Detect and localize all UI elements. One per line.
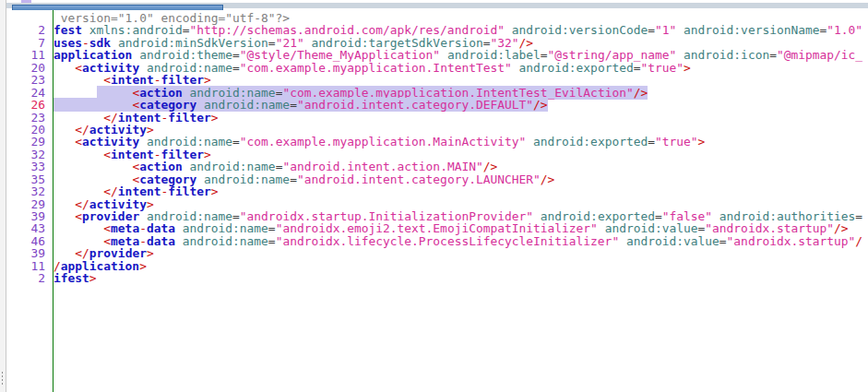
code-token: android:icon	[684, 48, 769, 62]
code-token: >	[139, 259, 147, 273]
code-token: >	[89, 271, 97, 285]
code-token: filter	[161, 73, 204, 87]
code-token	[526, 135, 533, 148]
code-token: android:exported	[519, 61, 634, 75]
code-token	[619, 234, 626, 248]
code-token: <	[103, 73, 111, 87]
code-line[interactable]: <intent-filter>	[54, 74, 868, 86]
code-token: =	[648, 23, 655, 37]
line-number: 23	[6, 112, 53, 124]
code-token: "1"	[655, 23, 676, 37]
line-number: 29	[6, 198, 53, 210]
code-line[interactable]: <activity android:name="com.example.myap…	[54, 136, 868, 148]
line-number: 43	[6, 222, 53, 234]
line-number: 20	[6, 62, 53, 74]
code-token: "com.example.myapplication.IntentTest"	[240, 61, 512, 75]
code-token: "true"	[640, 61, 684, 75]
code-token: =	[232, 135, 240, 148]
line-number: 39	[6, 210, 53, 222]
code-token: "android.intent.category.LAUNCHER"	[297, 172, 541, 186]
code-token: />	[541, 172, 555, 186]
line-number: 2	[6, 272, 53, 284]
line-number: 29	[6, 136, 53, 148]
code-token: /	[855, 234, 862, 248]
code-line[interactable]: fest xmlns:android="http://schemas.andro…	[54, 24, 868, 36]
code-token: intent	[111, 73, 154, 87]
code-token: android:exported	[533, 135, 648, 148]
code-token: "true"	[655, 135, 698, 148]
horizontal-scrollbar[interactable]	[6, 3, 868, 8]
code-line[interactable]: version="1.0" encoding="utf-8"?>	[54, 12, 868, 24]
code-line[interactable]: </activity>	[54, 198, 868, 210]
code-line[interactable]: <category android:name="android.intent.c…	[54, 99, 868, 111]
code-line[interactable]: <action android:name="com.example.myappl…	[54, 87, 868, 99]
code-token: android:value	[626, 234, 719, 248]
code-token: />	[634, 86, 648, 100]
code-viewer: 271120232426232029323335322939434639112 …	[0, 0, 868, 392]
line-number: 20	[6, 124, 53, 136]
code-token: >	[204, 73, 211, 87]
line-number: 7	[6, 37, 53, 49]
code-token: android:name	[183, 234, 268, 248]
code-token: =	[648, 135, 655, 148]
code-token: >	[147, 246, 154, 260]
code-line[interactable]: </activity>	[54, 124, 868, 136]
code-token: =	[232, 61, 240, 75]
code-token: =	[268, 234, 276, 248]
code-line[interactable]: <provider android:name="androidx.startup…	[54, 210, 868, 222]
line-number: 2	[6, 24, 53, 36]
code-token: =	[769, 48, 777, 62]
line-number: 11	[6, 49, 53, 61]
code-token: "androidx.lifecycle.ProcessLifecycleInit…	[276, 234, 620, 248]
code-token: android:versionName	[684, 23, 819, 37]
code-token: >	[211, 184, 219, 198]
panel-splitter[interactable]	[0, 0, 6, 392]
code-token	[676, 23, 684, 37]
code-line[interactable]: </intent-filter>	[54, 112, 868, 124]
code-token: >	[698, 135, 706, 148]
code-token: ifest	[54, 271, 89, 285]
code-token	[175, 234, 183, 248]
line-number: 24	[6, 87, 53, 99]
code-line[interactable]: <action android:name="android.intent.act…	[54, 160, 868, 172]
code-line[interactable]: <intent-filter>	[54, 148, 868, 160]
code-token: >	[684, 61, 691, 75]
code-line[interactable]: /application>	[54, 260, 868, 272]
line-number: 26	[6, 99, 53, 111]
line-number: 33	[6, 160, 53, 172]
code-line[interactable]: uses-sdk android:minSdkVersion="21" andr…	[54, 37, 868, 49]
code-token	[512, 61, 519, 75]
code-token: =	[855, 209, 862, 223]
line-number: 35	[6, 173, 53, 185]
line-number: 32	[6, 148, 53, 160]
code-token: "@mipmap/ic_	[777, 48, 862, 62]
code-token: =	[290, 98, 297, 112]
code-line[interactable]: application android:theme="@style/Theme_…	[54, 49, 868, 61]
code-token: "com.example.myapplication.MainActivity"	[240, 135, 526, 148]
line-number-gutter: 271120232426232029323335322939434639112	[6, 10, 54, 392]
code-token: "1.0"	[826, 23, 862, 37]
line-number: 32	[6, 185, 53, 197]
code-token: "android.intent.category.DEFAULT"	[297, 98, 533, 112]
code-token: >	[211, 111, 219, 125]
code-line[interactable]: <meta-data android:name="androidx.lifecy…	[54, 235, 868, 247]
code-area[interactable]: version="1.0" encoding="utf-8"?>fest xml…	[54, 10, 868, 392]
code-token: filter	[168, 184, 211, 198]
splitter-grip-icon[interactable]	[1, 371, 5, 386]
code-line[interactable]: </intent-filter>	[54, 185, 868, 197]
line-number: 11	[6, 260, 53, 272]
code-line[interactable]: <category android:name="android.intent.c…	[54, 173, 868, 185]
code-token: />	[533, 98, 548, 112]
line-number: 23	[6, 74, 53, 86]
line-number: 46	[6, 235, 53, 247]
code-line[interactable]: ifest>	[54, 272, 868, 284]
code-token: =	[719, 234, 727, 248]
code-token: filter	[168, 111, 211, 125]
code-line[interactable]: <meta-data android:name="androidx.emoji2…	[54, 222, 868, 234]
code-line[interactable]: </provider>	[54, 247, 868, 259]
code-token: "androidx.startup"	[727, 234, 856, 248]
line-number	[6, 12, 53, 24]
line-number: 39	[6, 247, 53, 259]
code-line[interactable]: <activity android:name="com.example.myap…	[54, 62, 868, 74]
code-token: =	[290, 172, 297, 186]
